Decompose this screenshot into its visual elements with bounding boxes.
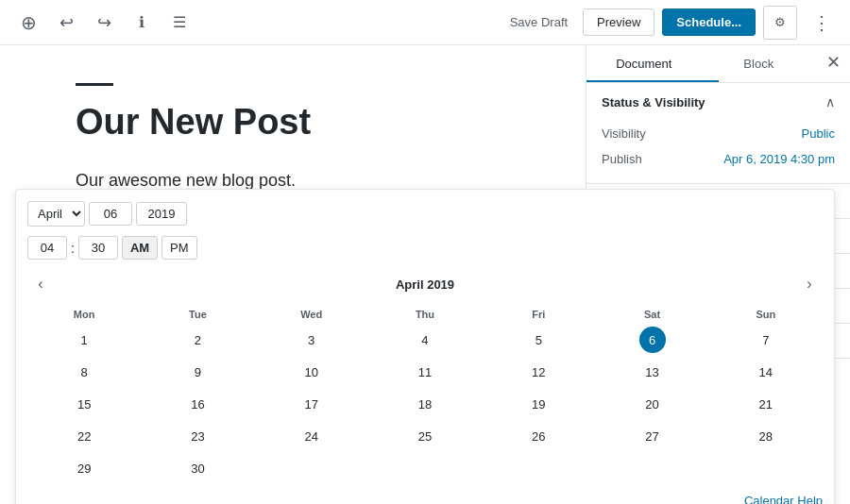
calendar-day[interactable]: 6 (595, 324, 708, 356)
main-layout: Our New Post Our awesome new blog post. … (0, 45, 850, 504)
day-header-sun: Sun (709, 305, 823, 324)
publish-value[interactable]: Apr 6, 2019 4:30 pm (723, 152, 835, 166)
calendar-day[interactable]: 20 (595, 388, 708, 420)
info-icon: ℹ (139, 13, 144, 31)
schedule-button[interactable]: Schedule... (662, 8, 756, 36)
undo-icon: ↩ (60, 12, 74, 33)
redo-button[interactable]: ↪ (87, 6, 121, 40)
sidebar: Document Block ✕ Status & Visibility ∧ V… (586, 45, 850, 504)
more-icon: ⋮ (812, 11, 831, 34)
calendar-popup: April : AM PM (586, 189, 835, 504)
post-divider (76, 83, 113, 86)
calendar-day[interactable]: 28 (709, 420, 823, 452)
settings-button[interactable]: ⚙ (763, 6, 797, 40)
date-inputs: April (586, 201, 823, 227)
status-visibility-title: Status & Visibility (602, 95, 706, 109)
calendar-day[interactable]: 7 (709, 324, 823, 356)
visibility-row: Visibility Public (602, 121, 835, 146)
status-visibility-header[interactable]: Status & Visibility ∧ (586, 83, 850, 121)
calendar-grid: Mon Tue Wed Thu Fri Sat Sun 123456789101… (586, 305, 823, 484)
calendar-day[interactable]: 26 (586, 420, 595, 452)
visibility-value[interactable]: Public (802, 126, 835, 141)
calendar-day[interactable]: 27 (595, 420, 708, 452)
undo-button[interactable]: ↩ (49, 6, 83, 40)
calendar-day[interactable]: 5 (586, 324, 595, 356)
status-visibility-body: Visibility Public Publish Apr 6, 2019 4:… (586, 121, 850, 183)
post-title: Our New Post (76, 101, 510, 144)
calendar-help-link[interactable]: Calendar Help (744, 494, 823, 504)
status-visibility-section: Status & Visibility ∧ Visibility Public … (586, 83, 850, 184)
info-button[interactable]: ℹ (125, 6, 159, 40)
sidebar-tabs: Document Block ✕ (586, 45, 850, 83)
tab-document[interactable]: Document (586, 45, 702, 82)
menu-button[interactable]: ☰ (162, 6, 196, 40)
preview-button[interactable]: Preview (583, 8, 654, 36)
calendar-day[interactable]: 14 (709, 356, 823, 388)
settings-icon: ⚙ (774, 15, 786, 29)
day-header-fri: Fri (586, 305, 595, 324)
redo-icon: ↪ (97, 12, 111, 33)
toolbar-right: Save Draft Preview Schedule... ⚙ ⋮ (502, 6, 839, 40)
menu-icon: ☰ (173, 13, 186, 31)
next-month-icon: › (807, 276, 811, 293)
time-inputs: : AM PM (586, 236, 823, 260)
visibility-label: Visibility (602, 126, 646, 141)
calendar-day[interactable]: 21 (709, 388, 823, 420)
tab-block[interactable]: Block (702, 45, 817, 82)
close-icon: ✕ (826, 52, 841, 73)
save-draft-button[interactable]: Save Draft (502, 11, 575, 33)
calendar-day[interactable]: 19 (586, 388, 595, 420)
calendar-day: . (709, 452, 823, 484)
calendar-day[interactable]: 13 (595, 356, 708, 388)
calendar-day[interactable]: 12 (586, 356, 595, 388)
calendar-header: ‹ April 2019 › (586, 271, 823, 297)
calendar-footer: Calendar Help (586, 492, 823, 504)
calendar-day: . (586, 452, 595, 484)
next-month-button[interactable]: › (796, 271, 823, 297)
toolbar: ⊕ ↩ ↪ ℹ ☰ Save Draft Preview Schedule...… (0, 0, 850, 45)
chevron-up-icon: ∧ (825, 94, 835, 109)
sidebar-close-button[interactable]: ✕ (816, 45, 850, 79)
day-header-sat: Sat (595, 305, 708, 324)
add-icon: ⊕ (21, 11, 37, 34)
more-options-button[interactable]: ⋮ (805, 6, 839, 40)
toolbar-left: ⊕ ↩ ↪ ℹ ☰ (11, 6, 196, 40)
calendar-day: . (595, 452, 708, 484)
publish-row: Publish Apr 6, 2019 4:30 pm (602, 146, 835, 172)
add-block-button[interactable]: ⊕ (11, 6, 45, 40)
publish-label: Publish (602, 152, 642, 166)
